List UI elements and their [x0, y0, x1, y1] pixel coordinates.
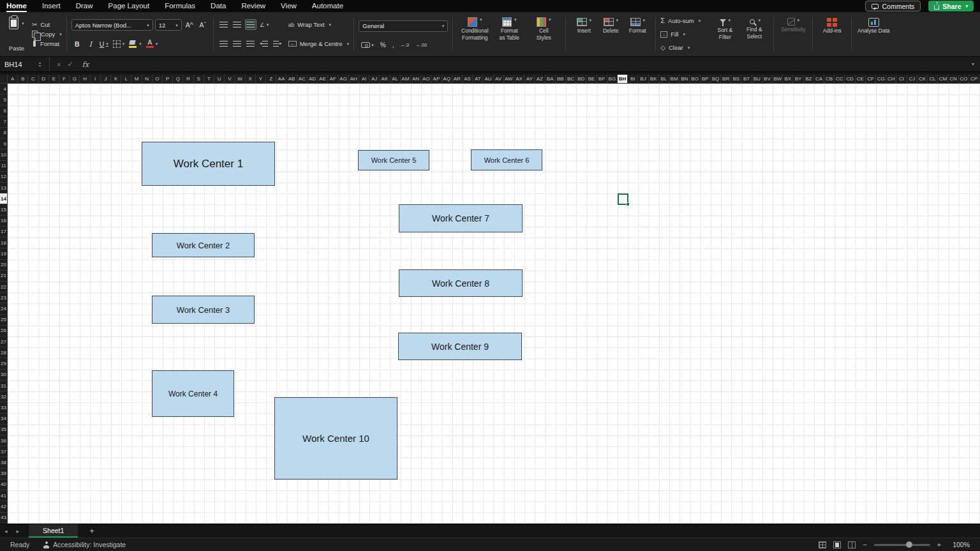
- orientation-button[interactable]: ∠ ▾: [258, 19, 271, 30]
- menu-item-home[interactable]: Home: [6, 1, 27, 11]
- column-header-D[interactable]: D: [39, 75, 49, 83]
- row-header-24[interactable]: 24: [0, 303, 7, 314]
- column-header-BI[interactable]: BI: [628, 75, 638, 83]
- align-left-button[interactable]: [218, 38, 230, 49]
- column-header-X[interactable]: X: [246, 75, 256, 83]
- column-header-O[interactable]: O: [152, 75, 163, 83]
- column-header-CL[interactable]: CL: [928, 75, 938, 83]
- row-header-32[interactable]: 32: [0, 391, 7, 402]
- underline-button[interactable]: U ▾: [98, 38, 110, 49]
- column-header-H[interactable]: H: [80, 75, 90, 83]
- sort-filter-button[interactable]: ▾ Sort & Filter: [710, 15, 739, 53]
- delete-cells-button[interactable]: ▾ Delete: [597, 15, 624, 53]
- row-header-23[interactable]: 23: [0, 292, 7, 303]
- column-header-AD[interactable]: AD: [308, 75, 318, 83]
- row-header-19[interactable]: 19: [0, 248, 7, 259]
- align-bottom-button[interactable]: [245, 19, 256, 30]
- row-header-20[interactable]: 20: [0, 260, 7, 271]
- sheet-tab-sheet1[interactable]: Sheet1: [29, 524, 78, 538]
- column-header-S[interactable]: S: [194, 75, 204, 83]
- row-header-16[interactable]: 16: [0, 216, 7, 227]
- formula-input[interactable]: [94, 57, 972, 72]
- column-header-AJ[interactable]: AJ: [369, 75, 380, 83]
- page-break-view-icon[interactable]: [848, 541, 856, 548]
- column-header-BL[interactable]: BL: [659, 75, 669, 83]
- tab-nav-left-icon[interactable]: ◂: [0, 528, 12, 534]
- column-header-K[interactable]: K: [111, 75, 121, 83]
- row-header-11[interactable]: 11: [0, 161, 7, 172]
- sensitivity-button[interactable]: ▾ Sensitivity: [778, 15, 808, 53]
- column-header-AO[interactable]: AO: [421, 75, 431, 83]
- column-header-AT[interactable]: AT: [473, 75, 483, 83]
- format-as-table-button[interactable]: ▾ Format as Table: [492, 15, 526, 53]
- row-header-27[interactable]: 27: [0, 336, 7, 347]
- normal-view-icon[interactable]: [819, 541, 826, 548]
- column-header-AF[interactable]: AF: [328, 75, 338, 83]
- autosum-button[interactable]: Σ Auto-sum ▾: [660, 17, 710, 24]
- font-size-select[interactable]: 12 ▾: [155, 19, 182, 31]
- row-header-14[interactable]: 14: [0, 193, 7, 204]
- column-header-B[interactable]: B: [18, 75, 28, 83]
- column-header-P[interactable]: P: [163, 75, 173, 83]
- menu-item-review[interactable]: Review: [241, 1, 265, 11]
- bold-button[interactable]: B: [71, 38, 83, 49]
- decrease-font-size-button[interactable]: Aˇ: [197, 20, 209, 31]
- column-header-BQ[interactable]: BQ: [711, 75, 721, 83]
- menu-item-formulas[interactable]: Formulas: [165, 1, 195, 11]
- shape-work-center-1[interactable]: Work Center 1: [142, 142, 275, 186]
- name-box-stepper[interactable]: ▲ ▼: [38, 61, 41, 67]
- column-header-AI[interactable]: AI: [359, 75, 369, 83]
- tab-nav-right-icon[interactable]: ▸: [12, 528, 24, 534]
- percent-style-button[interactable]: %: [380, 42, 386, 49]
- column-header-BR[interactable]: BR: [721, 75, 731, 83]
- menu-item-draw[interactable]: Draw: [76, 1, 93, 11]
- row-header-4[interactable]: 4: [0, 84, 7, 94]
- column-header-BT[interactable]: BT: [741, 75, 752, 83]
- accessibility-status[interactable]: Accessibility: Investigate: [43, 541, 126, 548]
- column-header-CP[interactable]: CP: [969, 75, 979, 83]
- row-header-7[interactable]: 7: [0, 117, 7, 128]
- column-header-Z[interactable]: Z: [266, 75, 276, 83]
- column-header-AP[interactable]: AP: [431, 75, 442, 83]
- find-select-button[interactable]: ▾ Find & Select: [739, 15, 769, 53]
- row-header-6[interactable]: 6: [0, 105, 7, 116]
- menu-item-insert[interactable]: Insert: [42, 1, 61, 11]
- addins-button[interactable]: Add-ins: [817, 15, 847, 53]
- column-header-AM[interactable]: AM: [401, 75, 411, 83]
- column-header-BM[interactable]: BM: [669, 75, 679, 83]
- page-layout-view-icon[interactable]: [833, 541, 841, 548]
- column-header-J[interactable]: J: [101, 75, 111, 83]
- row-header-9[interactable]: 9: [0, 139, 7, 149]
- column-header-BV[interactable]: BV: [762, 75, 773, 83]
- comments-button[interactable]: Comments: [865, 1, 921, 11]
- fill-color-button[interactable]: ▾: [128, 38, 143, 49]
- align-center-button[interactable]: [232, 38, 243, 49]
- column-header-AV[interactable]: AV: [494, 75, 504, 83]
- column-header-AH[interactable]: AH: [349, 75, 359, 83]
- zoom-out-icon[interactable]: −: [863, 541, 866, 548]
- column-header-BB[interactable]: BB: [556, 75, 566, 83]
- fx-icon[interactable]: fx: [82, 60, 89, 69]
- column-header-CC[interactable]: CC: [835, 75, 845, 83]
- row-header-36[interactable]: 36: [0, 435, 7, 446]
- column-header-BW[interactable]: BW: [773, 75, 783, 83]
- column-header-CF[interactable]: CF: [866, 75, 876, 83]
- clear-button[interactable]: ◇ Clear ▾: [660, 44, 710, 51]
- row-header-30[interactable]: 30: [0, 370, 7, 381]
- decrease-decimal-button[interactable]: →.00: [415, 42, 427, 48]
- row-header-35[interactable]: 35: [0, 425, 7, 435]
- column-header-AE[interactable]: AE: [318, 75, 328, 83]
- column-header-G[interactable]: G: [70, 75, 80, 83]
- column-header-BS[interactable]: BS: [731, 75, 741, 83]
- row-header-10[interactable]: 10: [0, 149, 7, 160]
- comma-style-button[interactable]: ,: [392, 42, 394, 49]
- column-header-W[interactable]: W: [235, 75, 245, 83]
- column-header-BG[interactable]: BG: [607, 75, 618, 83]
- column-header-BP[interactable]: BP: [701, 75, 711, 83]
- shape-work-center-7[interactable]: Work Center 7: [399, 204, 523, 232]
- row-header-43[interactable]: 43: [0, 513, 7, 524]
- row-header-5[interactable]: 5: [0, 94, 7, 105]
- cell-styles-button[interactable]: ▾ Cell Styles: [526, 15, 561, 53]
- row-header-39[interactable]: 39: [0, 469, 7, 479]
- increase-indent-button[interactable]: ▸: [272, 38, 283, 49]
